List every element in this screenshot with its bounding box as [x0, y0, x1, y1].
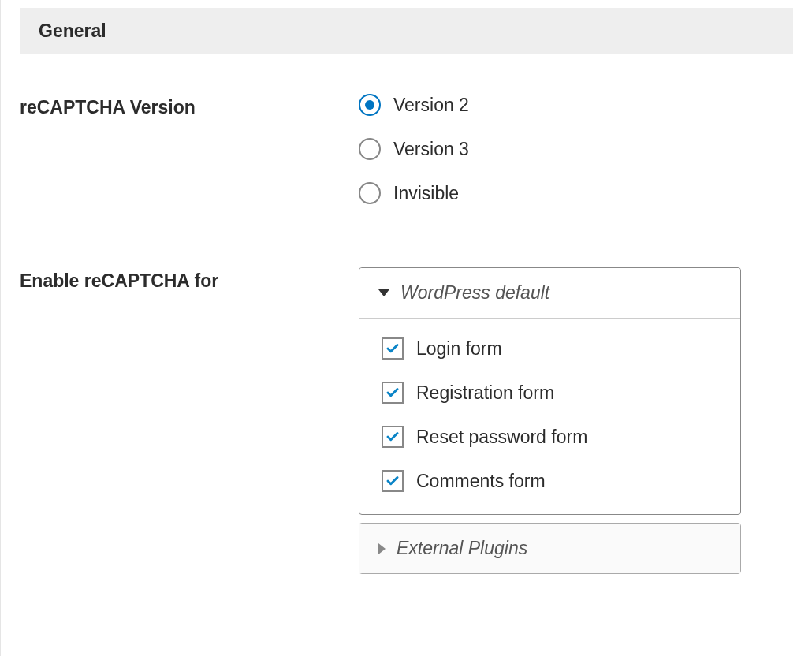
- accordion-title: WordPress default: [400, 282, 549, 304]
- checkbox-label: Reset password form: [416, 427, 587, 448]
- radio-label: Invisible: [393, 183, 459, 204]
- control-enable-for: WordPress default Login form Registratio…: [359, 267, 793, 574]
- radio-label: Version 3: [393, 139, 469, 160]
- accordion-wordpress-default: WordPress default Login form Registratio…: [359, 267, 741, 515]
- label-enable-for: Enable reCAPTCHA for: [20, 267, 359, 292]
- radio-version-2[interactable]: Version 2: [359, 94, 793, 116]
- accordion-body-wordpress-default: Login form Registration form Reset passw…: [359, 318, 740, 514]
- checkbox-label: Login form: [416, 338, 502, 360]
- radio-circle-icon: [359, 138, 381, 160]
- checkbox-box-icon: [382, 382, 404, 404]
- checkbox-label: Comments form: [416, 471, 546, 492]
- checkbox-comments-form[interactable]: Comments form: [382, 470, 718, 492]
- accordion-header-wordpress-default[interactable]: WordPress default: [359, 268, 740, 318]
- checkbox-registration-form[interactable]: Registration form: [382, 382, 718, 404]
- chevron-down-icon: [378, 289, 389, 296]
- row-enable-for: Enable reCAPTCHA for WordPress default L…: [20, 267, 793, 574]
- checkbox-box-icon: [382, 470, 404, 492]
- checkbox-box-icon: [382, 426, 404, 448]
- section-header-general: General: [20, 8, 793, 54]
- radio-circle-icon: [359, 182, 381, 204]
- accordion-header-external-plugins[interactable]: External Plugins: [359, 524, 740, 573]
- accordion-external-plugins: External Plugins: [359, 523, 741, 574]
- radio-label: Version 2: [393, 95, 469, 116]
- settings-content: reCAPTCHA Version Version 2 Version 3 In…: [1, 54, 812, 574]
- checkbox-box-icon: [382, 337, 404, 360]
- label-recaptcha-version: reCAPTCHA Version: [20, 94, 359, 118]
- chevron-right-icon: [378, 543, 386, 554]
- radio-version-invisible[interactable]: Invisible: [359, 182, 793, 204]
- checkbox-login-form[interactable]: Login form: [382, 337, 718, 360]
- radio-circle-icon: [359, 94, 381, 116]
- row-recaptcha-version: reCAPTCHA Version Version 2 Version 3 In…: [20, 94, 793, 204]
- section-title: General: [39, 20, 106, 41]
- accordion-title: External Plugins: [397, 538, 527, 559]
- check-icon: [386, 341, 400, 356]
- radio-group-version: Version 2 Version 3 Invisible: [359, 94, 793, 204]
- radio-version-3[interactable]: Version 3: [359, 138, 793, 160]
- check-icon: [386, 386, 400, 400]
- checkbox-label: Registration form: [416, 382, 554, 404]
- check-icon: [386, 430, 400, 444]
- checkbox-reset-password-form[interactable]: Reset password form: [382, 426, 718, 448]
- control-recaptcha-version: Version 2 Version 3 Invisible: [359, 94, 793, 204]
- radio-dot-icon: [365, 100, 374, 110]
- check-icon: [386, 474, 400, 488]
